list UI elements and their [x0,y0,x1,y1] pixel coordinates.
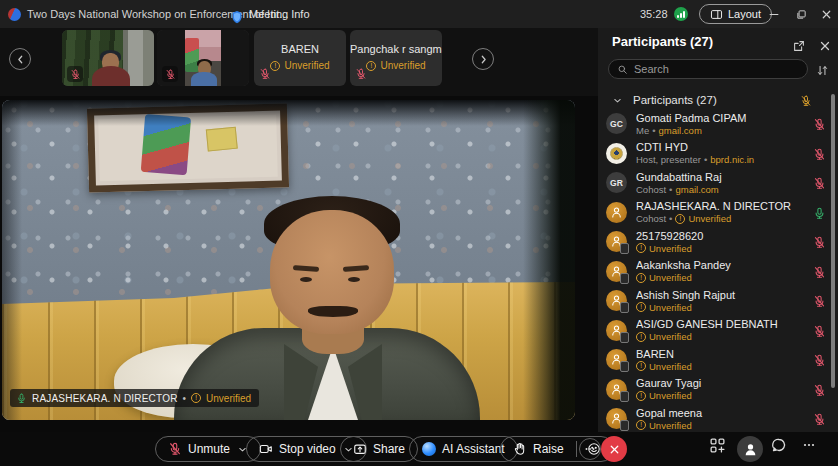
chat-button[interactable] [771,437,787,453]
participant-row[interactable]: GC Gomati Padma CIPAM Me•gmail.com [598,109,832,139]
leave-meeting-button[interactable] [601,436,627,462]
apps-button[interactable] [709,437,726,454]
muted-mic-icon [806,115,832,133]
muted-mic-icon [168,442,182,457]
thumbnail-2-decor [185,38,199,72]
participant-name: Aakanksha Pandey [636,259,806,272]
participant-row[interactable]: ASI/GD GANESH DEBNATH !Unverified [598,316,832,346]
device-badge-icon [620,332,629,343]
participant-subtitle: Cohost•gmail.com [636,184,806,195]
participant-subtitle: !Unverified [636,420,806,431]
participant-name: RAJASHEKARA. N DIRECTOR [636,200,806,213]
emblem-icon [610,147,623,160]
sort-participants-icon[interactable] [816,61,829,79]
muted-mic-icon [806,292,832,310]
separator-dot: • [183,393,187,404]
maximize-button[interactable] [793,6,809,22]
participant-subtitle: Cohost• !Unverified [636,213,806,224]
muted-mic-icon [806,380,832,398]
close-window-button[interactable] [818,6,834,22]
unverified-icon: ! [636,332,646,342]
muted-mic-icon [806,262,832,280]
participant-row[interactable]: Aakanksha Pandey !Unverified [598,257,832,287]
device-badge-icon [620,391,629,402]
mute-all-icon[interactable] [800,91,812,109]
active-speaker-video[interactable]: RAJASHEKARA. N DIRECTOR • ! Unverified [2,100,575,420]
video-thumbnail-2[interactable] [157,30,249,86]
unverified-icon: ! [636,420,646,430]
participant-row[interactable]: Gopal meena !Unverified [598,404,832,432]
avatar-org-logo [606,143,627,164]
participants-section-header[interactable]: Participants (27) [598,90,838,110]
participant-row[interactable]: CDTI HYD Host, presenter•bprd.nic.in [598,139,832,169]
app-logo-icon [8,8,21,21]
meeting-controls-bar: Unmute Stop video Share AI Assistant Rai… [0,432,838,466]
unverified-icon: ! [636,302,646,312]
video-filmstrip: BAREN ! Unverified Pangchak r sangma ! U… [0,28,598,96]
meeting-info-button[interactable]: Meeting Info [249,8,310,20]
avatar-guest [606,320,627,341]
participant-row[interactable]: BAREN !Unverified [598,345,832,375]
unverified-icon: ! [636,273,646,283]
camera-icon [259,442,273,457]
participant-row[interactable]: RAJASHEKARA. N DIRECTOR Cohost• !Unverif… [598,198,832,228]
network-signal-icon[interactable] [674,7,688,21]
muted-mic-icon [67,66,83,82]
participant-row[interactable]: Ashish Singh Rajput !Unverified [598,286,832,316]
more-panels-button[interactable] [801,437,817,453]
participant-subtitle: Host, presenter•bprd.nic.in [636,154,806,165]
filmstrip-prev-button[interactable] [9,48,31,70]
participant-subtitle: !Unverified [636,272,806,283]
minimize-button[interactable] [766,6,782,22]
participant-row[interactable]: Gaurav Tyagi !Unverified [598,375,832,405]
more-options-button[interactable] [579,438,601,460]
participant-tile-pangchak[interactable]: Pangchak r sangma ! Unverified [350,30,442,86]
participant-row[interactable]: GR Gundabattina Raj Cohost•gmail.com [598,168,832,198]
participants-panel-button[interactable] [737,436,763,462]
participant-name: BAREN [636,348,806,361]
scene-shadow [2,100,575,126]
meeting-timer: 35:28 [640,8,668,20]
video-thumbnail-1[interactable] [62,30,154,86]
close-panel-icon[interactable] [818,36,832,54]
search-input[interactable] [634,63,799,75]
unverified-icon: ! [366,61,376,71]
speaker-mustache [308,306,358,317]
unverified-icon: ! [675,214,685,224]
muted-mic-icon [806,174,832,192]
close-icon [608,443,621,456]
muted-mic-icon [806,351,832,369]
avatar-guest [606,261,627,282]
panel-scrollbar[interactable] [831,94,835,388]
participant-subtitle: !Unverified [636,361,806,372]
participant-search-box[interactable] [608,59,808,79]
participant-subtitle: !Unverified [636,243,806,254]
filmstrip-next-button[interactable] [472,48,494,70]
title-bar: Two Days National Workshop on Enforcemen… [0,0,838,28]
avatar: GC [606,113,627,134]
active-mic-icon [806,203,832,221]
tile-participant-name: Pangchak r sangma [350,43,442,55]
section-title: Participants (27) [633,94,717,106]
participant-list: GC Gomati Padma CIPAM Me•gmail.com CDTI … [598,109,832,432]
participant-name: Gundabattina Raj [636,171,806,184]
thumbnail-1-person-body [92,66,130,86]
speaker-name: RAJASHEKARA. N DIRECTOR [32,393,178,404]
avatar-guest [606,408,627,429]
participant-name: Gopal meena [636,407,806,420]
muted-mic-icon [259,64,271,82]
avatar: GR [606,172,627,193]
muted-mic-icon [162,66,178,82]
participant-row[interactable]: 25175928620 !Unverified [598,227,832,257]
unverified-icon: ! [191,393,201,403]
layout-icon [710,8,723,21]
share-button[interactable]: Share [340,436,418,462]
tile-participant-name: BAREN [254,43,346,55]
popout-panel-icon[interactable] [792,36,806,54]
participant-name: CDTI HYD [636,141,806,154]
avatar-guest [606,202,627,223]
layout-button[interactable]: Layout [699,4,772,24]
muted-mic-icon [355,64,367,82]
search-icon [617,60,628,78]
participant-tile-baren[interactable]: BAREN ! Unverified [254,30,346,86]
